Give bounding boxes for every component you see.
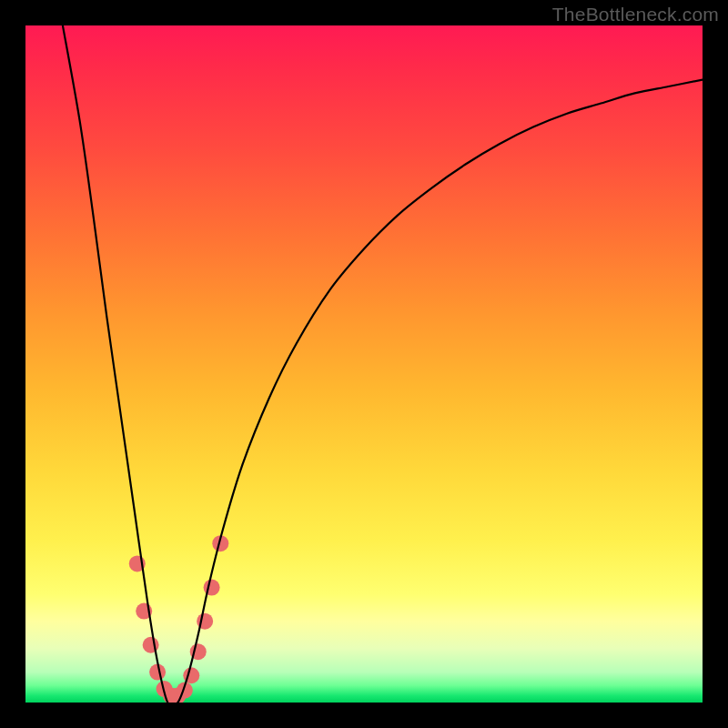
curve-markers <box>129 535 229 703</box>
plot-area <box>25 25 703 703</box>
chart-frame: TheBottleneck.com <box>0 0 728 728</box>
curve-marker <box>204 580 220 596</box>
curve-marker <box>143 637 159 653</box>
curve-layer <box>25 25 703 703</box>
bottleneck-curve <box>63 25 703 703</box>
watermark-text: TheBottleneck.com <box>552 4 719 25</box>
